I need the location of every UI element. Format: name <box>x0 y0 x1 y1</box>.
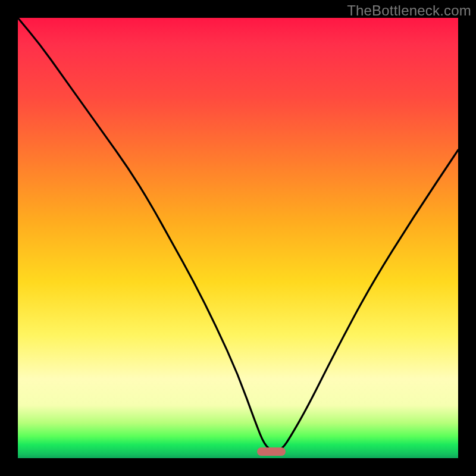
chart-frame: TheBottleneck.com <box>0 0 476 476</box>
curve-path <box>18 18 458 450</box>
optimum-marker <box>257 447 286 456</box>
plot-area <box>18 18 458 458</box>
bottleneck-curve <box>18 18 458 458</box>
watermark-text: TheBottleneck.com <box>347 2 471 19</box>
